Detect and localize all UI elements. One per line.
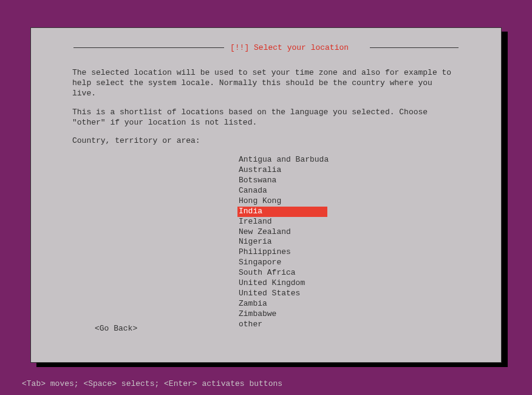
instruction-paragraph-2: This is a shortlist of locations based o…: [72, 108, 460, 128]
location-item[interactable]: Singapore: [237, 258, 327, 268]
location-item[interactable]: United States: [237, 289, 327, 299]
location-item[interactable]: Australia: [237, 165, 327, 176]
instruction-paragraph-1: The selected location will be used to se…: [72, 68, 460, 99]
dialog-content: The selected location will be used to se…: [72, 68, 460, 329]
title-prefix: [!!]: [230, 43, 249, 52]
location-item[interactable]: Zimbabwe: [237, 309, 327, 320]
prompt-label: Country, territory or area:: [72, 136, 460, 146]
location-item[interactable]: Botswana: [237, 176, 327, 186]
location-item[interactable]: United Kingdom: [237, 278, 327, 289]
location-list: Antigua and BarbudaAustraliaBotswanaCana…: [237, 155, 460, 329]
location-item[interactable]: Philippines: [237, 247, 327, 258]
location-item[interactable]: South Africa: [237, 268, 327, 278]
location-item[interactable]: Ireland: [237, 217, 327, 227]
go-back-button[interactable]: <Go Back>: [95, 324, 137, 333]
title-text: Select your location: [254, 43, 349, 52]
location-item[interactable]: Zambia: [237, 299, 327, 309]
location-dialog: [!!] Select your location The selected l…: [30, 27, 502, 363]
location-item[interactable]: India: [237, 207, 327, 217]
location-item[interactable]: Antigua and Barbuda: [237, 155, 330, 165]
location-item[interactable]: other: [237, 320, 327, 330]
keyboard-hint: <Tab> moves; <Space> selects; <Enter> ac…: [22, 379, 282, 388]
location-item[interactable]: New Zealand: [237, 227, 327, 238]
location-item[interactable]: Hong Kong: [237, 196, 327, 207]
location-item[interactable]: Nigeria: [237, 237, 327, 247]
location-item[interactable]: Canada: [237, 186, 327, 196]
title-border-right: [370, 47, 459, 48]
title-border-left: [73, 47, 224, 48]
dialog-title: [!!] Select your location: [225, 43, 353, 52]
